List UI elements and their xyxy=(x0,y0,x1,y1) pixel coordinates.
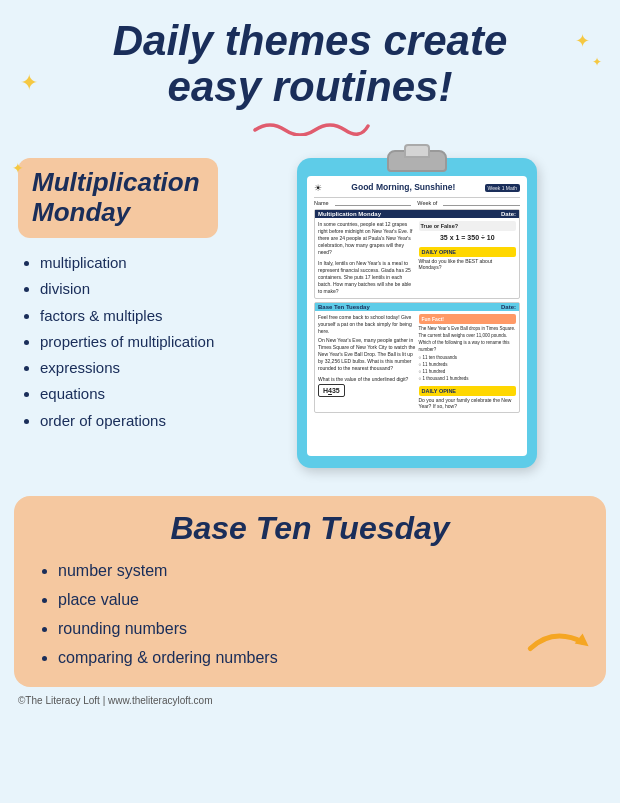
squiggle-decoration xyxy=(250,116,370,136)
week-label: Week of xyxy=(417,200,437,206)
clipboard-background: ☀ Good Morning, Sunshine! Week 1 Math Na… xyxy=(297,158,537,468)
clipboard: ☀ Good Morning, Sunshine! Week 1 Math Na… xyxy=(297,158,537,478)
ws-col-right: True or False? 35 x 1 = 350 ÷ 10 DAILY O… xyxy=(419,221,517,295)
ws-underlined-digit: What is the value of the underlined digi… xyxy=(318,376,416,397)
list-item: comparing & ordering numbers xyxy=(58,644,586,673)
ws-s2-text: Feel free come back to school today! Giv… xyxy=(318,314,416,335)
multiplication-list: multiplication division factors & multip… xyxy=(18,250,218,434)
page-title: Daily themes create easy routines! xyxy=(30,18,590,110)
base-ten-tuesday-section: Base Ten Tuesday number system place val… xyxy=(14,496,606,686)
base-ten-tuesday-title: Base Ten Tuesday xyxy=(34,510,586,547)
footer: ©The Literacy Loft | www.theliteracyloft… xyxy=(0,687,620,712)
ws-true-false-label: True or False? xyxy=(419,221,517,231)
ws-word-problem-2: In Italy, lentils on New Year's is a mea… xyxy=(318,260,416,295)
footer-text: ©The Literacy Loft | www.theliteracyloft… xyxy=(18,695,212,706)
list-item: division xyxy=(40,276,218,302)
ws-s2-col-left: Feel free come back to school today! Giv… xyxy=(318,314,416,409)
page-wrapper: ✦ ✦ ✦ ✦ Daily themes create easy routine… xyxy=(0,0,620,803)
main-content: Multiplication Monday multiplication div… xyxy=(0,148,620,478)
ws-daily-prompt-2: DAILY OPINE Do you and your family celeb… xyxy=(419,386,517,409)
list-item: number system xyxy=(58,557,586,586)
ws-multiplication-section: Multiplication Monday Date: In some coun… xyxy=(314,209,520,299)
left-panel: Multiplication Monday multiplication div… xyxy=(18,158,218,478)
list-item: rounding numbers xyxy=(58,615,586,644)
ws-section2-header: Base Ten Tuesday Date: xyxy=(315,303,519,311)
right-panel: ☀ Good Morning, Sunshine! Week 1 Math Na… xyxy=(232,158,602,478)
star-decoration-4: ✦ xyxy=(12,160,24,176)
ws-daily-prompt-1: DAILY OPINE What do you like the BEST ab… xyxy=(419,247,517,270)
week-badge: Week 1 Math xyxy=(485,184,520,192)
ws-fun-fact: Fun Fact! xyxy=(419,314,517,324)
list-item: order of operations xyxy=(40,408,218,434)
list-item: properties of multiplication xyxy=(40,329,218,355)
worksheet-title: Good Morning, Sunshine! xyxy=(351,182,455,192)
base-ten-list: number system place value rounding numbe… xyxy=(34,557,586,672)
ws-section1-body: In some countries, people eat 12 grapes … xyxy=(315,218,519,298)
ws-col-left: In some countries, people eat 12 grapes … xyxy=(318,221,416,295)
header: Daily themes create easy routines! xyxy=(0,0,620,148)
clipboard-clip xyxy=(387,150,447,172)
worksheet-paper: ☀ Good Morning, Sunshine! Week 1 Math Na… xyxy=(307,176,527,456)
ws-section1-header: Multiplication Monday Date: xyxy=(315,210,519,218)
list-item: expressions xyxy=(40,355,218,381)
ws-options: The New Year's Eve Ball drops in Times S… xyxy=(419,326,517,382)
ws-basetentuesday-section: Base Ten Tuesday Date: Feel free come ba… xyxy=(314,302,520,413)
list-item: place value xyxy=(58,586,586,615)
list-item: multiplication xyxy=(40,250,218,276)
list-item: factors & multiples xyxy=(40,303,218,329)
ws-s2-problem: On New Year's Eve, many people gather in… xyxy=(318,337,416,372)
ws-section2-body: Feel free come back to school today! Giv… xyxy=(315,311,519,412)
worksheet-header: ☀ Good Morning, Sunshine! Week 1 Math xyxy=(314,182,520,198)
list-item: equations xyxy=(40,381,218,407)
worksheet-sun-icon: ☀ xyxy=(314,183,322,193)
worksheet-namerow: Name Week of xyxy=(314,200,520,206)
ws-word-problem-1: In some countries, people eat 12 grapes … xyxy=(318,221,416,256)
ws-equation: 35 x 1 = 350 ÷ 10 xyxy=(419,234,517,241)
name-label: Name xyxy=(314,200,329,206)
ws-s2-col-right: Fun Fact! The New Year's Eve Ball drops … xyxy=(419,314,517,409)
multiplication-monday-label: Multiplication Monday xyxy=(18,158,218,238)
multiplication-title: Multiplication Monday xyxy=(32,168,204,228)
